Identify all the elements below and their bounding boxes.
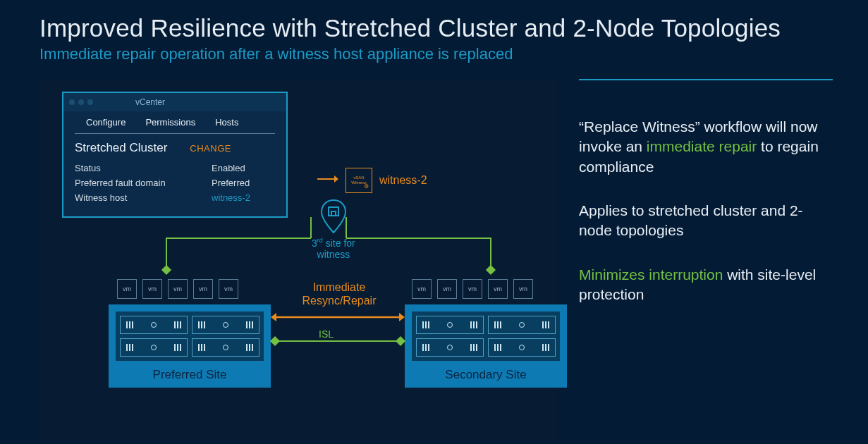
- witness-box-text: vSAN: [353, 175, 364, 180]
- server-icon: [120, 338, 188, 357]
- window-dot-icon: [87, 99, 93, 105]
- vm-icon: vm: [142, 279, 162, 299]
- server-icon: [192, 338, 259, 357]
- svg-marker-1: [334, 175, 338, 183]
- site-label: Secondary Site: [412, 361, 560, 382]
- tab-hosts[interactable]: Hosts: [215, 117, 238, 128]
- slide-title: Improved Resilience with Stretched Clust…: [39, 14, 831, 42]
- vm-group-preferred: vm vm vm vm vm: [117, 279, 238, 299]
- server-icon: [192, 316, 259, 334]
- window-dot-icon: [78, 99, 84, 105]
- server-icon: [120, 316, 188, 334]
- vm-icon: vm: [488, 279, 508, 299]
- vcenter-title: vCenter: [135, 97, 165, 107]
- slide-subtitle: Immediate repair operation after a witne…: [39, 45, 831, 63]
- server-icon: [488, 338, 556, 357]
- server-icon: [488, 316, 556, 334]
- gear-icon: ⚙: [364, 184, 369, 190]
- bullet-text: Minimizes interruption with site-level p…: [579, 265, 831, 305]
- tab-configure[interactable]: Configure: [86, 117, 126, 128]
- vm-icon: vm: [412, 279, 432, 299]
- window-dot-icon: [69, 99, 75, 105]
- arrow-right-icon: [317, 174, 338, 187]
- svg-rect-11: [396, 336, 405, 346]
- divider-line: [579, 79, 833, 80]
- vm-icon: vm: [117, 279, 137, 299]
- vm-icon: vm: [437, 279, 457, 299]
- diagram-panel: vCenter Configure Permissions Hosts Stre…: [39, 79, 558, 440]
- vm-icon: vm: [513, 279, 533, 299]
- vm-icon: vm: [219, 279, 238, 299]
- row-value-link[interactable]: witness-2: [212, 192, 275, 203]
- row-label: Status: [75, 163, 101, 173]
- connector-top: [159, 231, 498, 273]
- resync-arrow-icon: [271, 310, 405, 327]
- svg-rect-4: [161, 265, 171, 275]
- section-heading: Stretched Cluster: [75, 141, 167, 155]
- site-label: Preferred Site: [116, 361, 264, 382]
- server-icon: [416, 316, 484, 334]
- svg-marker-7: [271, 313, 276, 321]
- bullets-panel: “Replace Witness” workflow will now invo…: [579, 79, 831, 440]
- preferred-site: Preferred Site: [109, 304, 271, 388]
- svg-rect-5: [486, 265, 496, 275]
- bullet-text: “Replace Witness” workflow will now invo…: [579, 117, 831, 177]
- row-value: Preferred: [212, 178, 275, 188]
- resync-label: ImmediateResync/Repair: [276, 280, 403, 307]
- vm-icon: vm: [463, 279, 482, 299]
- vsan-witness-icon: vSAN Witness ⚙: [346, 168, 372, 193]
- svg-marker-8: [399, 313, 405, 321]
- tab-permissions[interactable]: Permissions: [145, 117, 195, 128]
- change-link[interactable]: CHANGE: [190, 143, 231, 154]
- vm-group-secondary: vm vm vm vm vm: [412, 279, 533, 299]
- witness-label: witness-2: [379, 174, 427, 187]
- vcenter-window: vCenter Configure Permissions Hosts Stre…: [62, 92, 288, 218]
- witness-group: vSAN Witness ⚙ witness-2: [317, 168, 427, 193]
- row-label: Preferred fault domain: [75, 178, 166, 188]
- vcenter-titlebar: vCenter: [63, 93, 286, 111]
- row-value: Enabled: [212, 163, 275, 173]
- secondary-site: Secondary Site: [405, 304, 567, 388]
- row-label: Witness host: [75, 192, 127, 203]
- vm-icon: vm: [168, 279, 188, 299]
- svg-rect-10: [270, 336, 280, 346]
- server-icon: [416, 338, 484, 357]
- vm-icon: vm: [193, 279, 213, 299]
- isl-connector: [271, 335, 405, 348]
- svg-rect-3: [331, 211, 336, 216]
- bullet-text: Applies to stretched cluster and 2-node …: [579, 201, 831, 241]
